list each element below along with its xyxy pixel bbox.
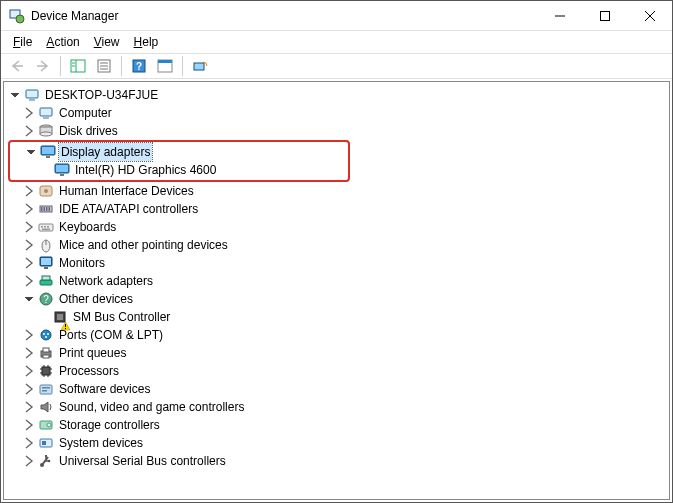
menu-file[interactable]: File [7,34,38,50]
monitor-icon [38,255,54,271]
cpu-icon [38,363,54,379]
tree-node[interactable]: Storage controllers [8,416,669,434]
menu-view[interactable]: View [88,34,126,50]
node-label: Universal Serial Bus controllers [57,452,228,470]
node-label: Processors [57,362,121,380]
tree-node[interactable]: Computer [8,104,669,122]
tree-node[interactable]: Other devices [8,290,669,308]
menu-help[interactable]: Help [128,34,165,50]
help-button[interactable]: ? [127,55,151,77]
display-icon [54,162,70,178]
device-tree[interactable]: DESKTOP-U34FJUE Computer Disk drives Dis… [3,81,670,500]
ide-icon [38,201,54,217]
node-label: Intel(R) HD Graphics 4600 [73,161,218,179]
expand-icon[interactable] [22,418,36,432]
tree-node[interactable]: Ports (COM & LPT) [8,326,669,344]
node-label: Network adapters [57,272,155,290]
show-hide-tree-button[interactable] [66,55,90,77]
expand-icon[interactable] [22,184,36,198]
sound-icon [38,399,54,415]
tree-node[interactable]: Network adapters [8,272,669,290]
wizard-button[interactable] [153,55,177,77]
expand-icon[interactable] [22,106,36,120]
printer-icon [38,345,54,361]
tree-node[interactable]: Keyboards [8,218,669,236]
expand-icon[interactable] [22,256,36,270]
keyboard-icon [38,219,54,235]
tree-node[interactable]: Print queues [8,344,669,362]
expand-icon[interactable] [22,364,36,378]
scan-hardware-button[interactable] [188,55,212,77]
expand-icon[interactable] [22,274,36,288]
tree-node[interactable]: System devices [8,434,669,452]
port-icon [38,327,54,343]
tree-node[interactable]: Processors [8,362,669,380]
tree-node[interactable]: Sound, video and game controllers [8,398,669,416]
expand-icon[interactable] [22,220,36,234]
expand-icon[interactable] [22,202,36,216]
node-label: Storage controllers [57,416,162,434]
collapse-icon[interactable] [8,88,22,102]
back-button[interactable] [5,55,29,77]
computer-icon [24,87,40,103]
node-label: SM Bus Controller [71,308,172,326]
tree-node[interactable]: Mice and other pointing devices [8,236,669,254]
node-label: Mice and other pointing devices [57,236,230,254]
node-label: Keyboards [57,218,118,236]
tree-node[interactable]: Display adapters [10,143,348,161]
network-icon [38,273,54,289]
expand-icon[interactable] [22,436,36,450]
window-title: Device Manager [31,9,537,23]
minimize-button[interactable] [537,1,582,30]
tree-node[interactable]: Universal Serial Bus controllers [8,452,669,470]
expand-icon[interactable] [22,454,36,468]
app-icon [9,8,25,24]
collapse-icon[interactable] [22,292,36,306]
node-label: Other devices [57,290,135,308]
node-label: Print queues [57,344,128,362]
separator [182,56,183,76]
node-label: Monitors [57,254,107,272]
title-bar: Device Manager [1,1,672,31]
expand-icon[interactable] [22,328,36,342]
tree-child-node[interactable]: Intel(R) HD Graphics 4600 [10,161,348,179]
system-icon [38,435,54,451]
root-label: DESKTOP-U34FJUE [43,86,160,104]
usb-icon [38,453,54,469]
tree-node[interactable]: Human Interface Devices [8,182,669,200]
separator [121,56,122,76]
node-label: Ports (COM & LPT) [57,326,165,344]
display-icon [40,144,56,160]
tree-node[interactable]: Monitors [8,254,669,272]
svg-rect-62 [600,11,609,20]
menu-bar: File Action View Help [1,31,672,53]
tree-root-node[interactable]: DESKTOP-U34FJUE [8,86,669,104]
node-label: Display adapters [59,143,152,161]
collapse-icon[interactable] [24,145,38,159]
maximize-button[interactable] [582,1,627,30]
expand-icon[interactable] [22,382,36,396]
disk-icon [38,123,54,139]
node-label: Sound, video and game controllers [57,398,246,416]
hid-icon [38,183,54,199]
svg-rect-76 [158,60,172,63]
close-button[interactable] [627,1,672,30]
node-label: Software devices [57,380,152,398]
properties-button[interactable] [92,55,116,77]
tree-child-node[interactable]: SM Bus Controller [8,308,669,326]
tree-node[interactable]: Disk drives [8,122,669,140]
tree-node[interactable]: IDE ATA/ATAPI controllers [8,200,669,218]
expand-icon[interactable] [22,346,36,360]
soft-icon [38,381,54,397]
node-label: Disk drives [57,122,120,140]
expand-icon[interactable] [22,124,36,138]
forward-button[interactable] [31,55,55,77]
computer-icon [38,105,54,121]
chip-icon [52,309,68,325]
expand-icon[interactable] [22,238,36,252]
svg-rect-77 [194,63,204,70]
tree-node[interactable]: Software devices [8,380,669,398]
mouse-icon [38,237,54,253]
expand-icon[interactable] [22,400,36,414]
menu-action[interactable]: Action [40,34,85,50]
